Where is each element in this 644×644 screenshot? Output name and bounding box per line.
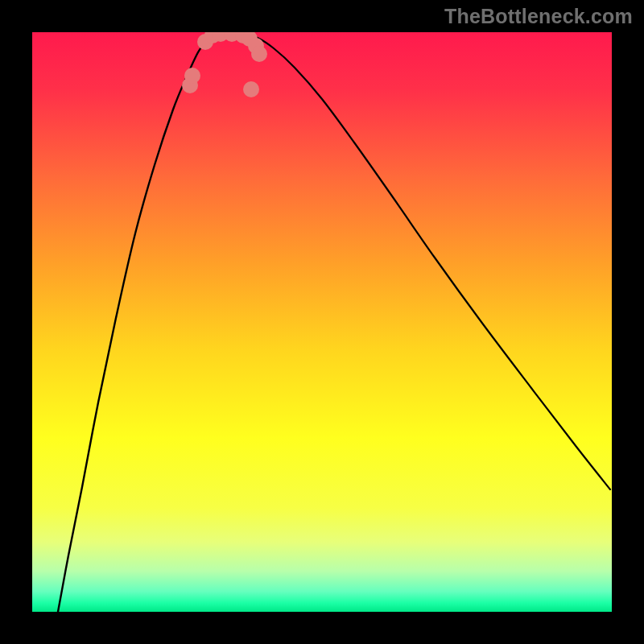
floor-marker [251,46,267,62]
right-ascent-curve [246,35,610,489]
floor-marker-group [182,32,267,97]
curves-layer [32,32,612,612]
watermark-text: TheBottleneck.com [444,5,633,28]
floor-marker [243,81,259,97]
floor-marker [184,68,200,84]
plot-area [32,32,612,612]
left-descent-curve [58,35,213,612]
chart-frame: TheBottleneck.com [0,0,644,644]
